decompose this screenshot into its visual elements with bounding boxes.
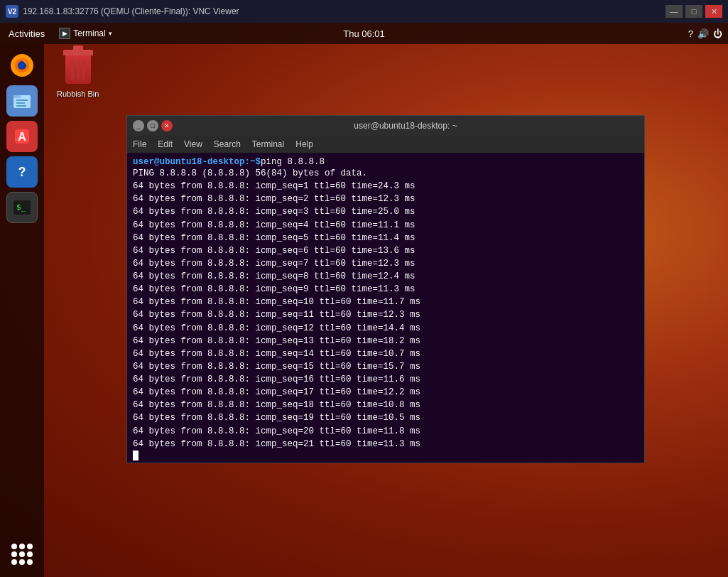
dock: A ? $_: [0, 44, 44, 577]
terminal-menu-help[interactable]: Help: [295, 139, 313, 149]
terminal-output-line: 64 bytes from 8.8.8.8: icmp_seq=5 ttl=60…: [133, 232, 639, 244]
apps-dot: [27, 544, 33, 549]
terminal-menu-view[interactable]: View: [184, 139, 202, 149]
vnc-minimize-button[interactable]: —: [665, 5, 683, 18]
terminal-output-line: 64 bytes from 8.8.8.8: icmp_seq=8 ttl=60…: [133, 270, 639, 283]
bin-graphic: [61, 50, 95, 87]
terminal-output-line: 64 bytes from 8.8.8.8: icmp_seq=13 ttl=6…: [133, 335, 639, 347]
apps-dot: [19, 559, 25, 565]
dock-item-firefox[interactable]: [6, 50, 38, 81]
ubuntu-panel: Activities ▶ Terminal ▾ Thu 06:01 ? 🔊 ⏻: [0, 23, 728, 44]
terminal-menu-file[interactable]: File: [133, 139, 146, 149]
vnc-window-controls: — □ ✕: [665, 5, 722, 18]
terminal-output-line: 64 bytes from 8.8.8.8: icmp_seq=17 ttl=6…: [133, 386, 639, 399]
panel-sound-icon[interactable]: 🔊: [697, 28, 709, 39]
bin-body: [65, 55, 91, 84]
svg-text:$_: $_: [16, 203, 26, 212]
apps-dot: [27, 559, 33, 565]
terminal-panel-icon: ▶: [59, 28, 70, 39]
terminal-panel-label: Terminal: [73, 28, 105, 38]
bin-stripe: [82, 60, 85, 80]
vnc-close-button[interactable]: ✕: [705, 5, 722, 18]
svg-rect-5: [16, 99, 28, 101]
terminal-prompt-user: user@ubuntu18-desktop:~$: [133, 157, 261, 167]
dock-item-terminal[interactable]: $_: [6, 192, 38, 223]
terminal-output-line: 64 bytes from 8.8.8.8: icmp_seq=19 ttl=6…: [133, 411, 639, 424]
terminal-output-line: 64 bytes from 8.8.8.8: icmp_seq=3 ttl=60…: [133, 205, 639, 218]
dock-item-help[interactable]: ?: [6, 156, 38, 188]
terminal-menu-edit[interactable]: Edit: [158, 139, 173, 149]
terminal-output: PING 8.8.8.8 (8.8.8.8) 56(84) bytes of d…: [133, 167, 639, 451]
terminal-window: _ □ ✕ user@ubuntu18-desktop: ~ File Edit…: [126, 115, 645, 463]
svg-rect-4: [13, 95, 21, 98]
terminal-dropdown-arrow: ▾: [109, 30, 112, 37]
terminal-output-line: 64 bytes from 8.8.8.8: icmp_seq=12 ttl=6…: [133, 322, 639, 335]
terminal-window-controls: _ □ ✕: [133, 120, 173, 131]
terminal-output-line: PING 8.8.8.8 (8.8.8.8) 56(84) bytes of d…: [133, 167, 639, 180]
svg-rect-6: [16, 102, 25, 104]
terminal-output-line: 64 bytes from 8.8.8.8: icmp_seq=1 ttl=60…: [133, 180, 639, 193]
apps-dot: [19, 544, 25, 549]
panel-right-area: ? 🔊 ⏻: [688, 28, 728, 39]
terminal-output-line: 64 bytes from 8.8.8.8: icmp_seq=14 ttl=6…: [133, 347, 639, 360]
apps-dot: [11, 551, 17, 557]
bin-lid-handle: [73, 45, 83, 50]
terminal-output-line: 64 bytes from 8.8.8.8: icmp_seq=6 ttl=60…: [133, 244, 639, 257]
terminal-titlebar: _ □ ✕ user@ubuntu18-desktop: ~: [127, 116, 644, 136]
rubbish-bin-icon[interactable]: Rubbish Bin: [57, 50, 99, 98]
desktop: V2 192.168.1.83:32776 (QEMU (Cliente-Fin…: [0, 0, 728, 577]
bin-stripe: [71, 60, 74, 80]
terminal-output-line: 64 bytes from 8.8.8.8: icmp_seq=16 ttl=6…: [133, 373, 639, 386]
vnc-app-icon: V2: [6, 5, 18, 18]
terminal-menu-terminal[interactable]: Terminal: [252, 139, 284, 149]
terminal-title: user@ubuntu18-desktop: ~: [173, 121, 639, 131]
svg-text:A: A: [18, 131, 26, 143]
panel-clock: Thu 06:01: [343, 28, 385, 39]
terminal-output-line: 64 bytes from 8.8.8.8: icmp_seq=9 ttl=60…: [133, 283, 639, 296]
vnc-title: 192.168.1.83:32776 (QEMU (Cliente-Final)…: [23, 6, 665, 16]
terminal-output-line: 64 bytes from 8.8.8.8: icmp_seq=20 ttl=6…: [133, 425, 639, 438]
vnc-titlebar: V2 192.168.1.83:32776 (QEMU (Cliente-Fin…: [0, 0, 728, 23]
terminal-prompt-line: user@ubuntu18-desktop:~$ ping 8.8.8.8: [133, 157, 639, 167]
terminal-output-line: 64 bytes from 8.8.8.8: icmp_seq=2 ttl=60…: [133, 193, 639, 205]
terminal-output-line: 64 bytes from 8.8.8.8: icmp_seq=15 ttl=6…: [133, 360, 639, 373]
terminal-menu-search[interactable]: Search: [214, 139, 241, 149]
bin-lid: [63, 50, 93, 55]
svg-text:?: ?: [18, 165, 26, 179]
dock-item-appstore[interactable]: A: [6, 121, 38, 152]
apps-dot: [11, 559, 17, 565]
rubbish-bin-label: Rubbish Bin: [57, 90, 99, 98]
terminal-menubar: File Edit View Search Terminal Help: [127, 136, 644, 153]
dock-item-files[interactable]: [6, 85, 38, 117]
terminal-panel-button[interactable]: ▶ Terminal ▾: [53, 23, 117, 44]
terminal-cursor: [133, 451, 138, 460]
terminal-content[interactable]: user@ubuntu18-desktop:~$ ping 8.8.8.8 PI…: [127, 153, 644, 463]
apps-dot: [19, 551, 25, 557]
bin-stripe: [77, 60, 80, 80]
activities-button[interactable]: Activities: [0, 23, 53, 44]
vnc-restore-button[interactable]: □: [685, 5, 702, 18]
terminal-maximize-button[interactable]: □: [147, 120, 158, 131]
svg-rect-7: [16, 105, 26, 107]
terminal-close-button[interactable]: ✕: [161, 120, 173, 131]
terminal-output-line: 64 bytes from 8.8.8.8: icmp_seq=4 ttl=60…: [133, 219, 639, 232]
apps-dot: [27, 551, 33, 557]
terminal-minimize-button[interactable]: _: [133, 120, 144, 131]
terminal-output-line: 64 bytes from 8.8.8.8: icmp_seq=7 ttl=60…: [133, 257, 639, 270]
apps-dot: [11, 544, 17, 549]
terminal-output-line: 64 bytes from 8.8.8.8: icmp_seq=18 ttl=6…: [133, 399, 639, 411]
terminal-cursor-line: [133, 451, 639, 460]
panel-power-icon[interactable]: ⏻: [713, 28, 722, 39]
terminal-output-line: 64 bytes from 8.8.8.8: icmp_seq=11 ttl=6…: [133, 308, 639, 321]
terminal-output-line: 64 bytes from 8.8.8.8: icmp_seq=10 ttl=6…: [133, 296, 639, 308]
terminal-output-line: 64 bytes from 8.8.8.8: icmp_seq=21 ttl=6…: [133, 438, 639, 451]
panel-help-icon[interactable]: ?: [688, 28, 693, 39]
dock-apps-button[interactable]: [6, 539, 38, 570]
terminal-command: ping 8.8.8.8: [261, 157, 325, 167]
